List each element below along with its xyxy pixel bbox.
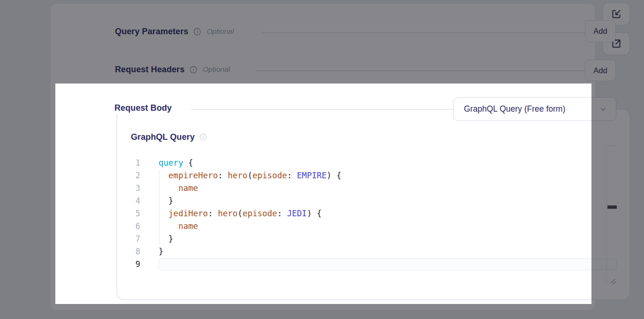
code-line[interactable]: query {	[159, 157, 341, 169]
body-type-selected-value: GraphQL Query (Free form)	[464, 104, 565, 114]
editor-scrollbar[interactable]	[606, 145, 617, 284]
info-icon[interactable]	[189, 66, 197, 74]
editor-code[interactable]: query { empireHero: hero(episode: EMPIRE…	[159, 157, 341, 271]
import-icon	[610, 8, 622, 20]
optional-badge: Optional	[202, 65, 230, 74]
info-icon[interactable]	[199, 133, 207, 141]
line-number: 7	[128, 233, 140, 245]
graphql-editor[interactable]: 123456789 query { empireHero: hero(episo…	[51, 4, 595, 310]
code-line[interactable]	[159, 258, 341, 271]
section-request-body: Request Body	[114, 102, 177, 114]
code-line[interactable]: name	[159, 182, 341, 195]
request-config-card: Query Parameters Optional Add Request He…	[50, 3, 595, 311]
body-type-select[interactable]: GraphQL Query (Free form)	[453, 97, 616, 121]
code-line[interactable]: }	[159, 245, 341, 258]
code-line[interactable]: }	[159, 195, 341, 207]
request-headers-title: Request Headers	[115, 63, 185, 76]
graphql-query-label: GraphQL Query	[131, 131, 195, 143]
editor-label-row: GraphQL Query	[131, 131, 213, 143]
line-number: 4	[128, 195, 140, 207]
code-line[interactable]: name	[159, 220, 341, 233]
line-number: 6	[128, 220, 140, 233]
add-request-header-button[interactable]: Add	[585, 60, 616, 81]
line-number: 3	[128, 182, 140, 195]
query-parameters-title: Query Parameters	[115, 25, 189, 38]
code-line[interactable]: jediHero: hero(episode: JEDI) {	[159, 207, 341, 220]
request-body-title: Request Body	[114, 102, 172, 114]
section-query-parameters: Query Parameters Optional	[115, 25, 239, 38]
line-number: 2	[128, 169, 140, 182]
resize-handle[interactable]	[609, 278, 617, 285]
line-number: 5	[128, 207, 140, 220]
editor-gutter: 123456789	[128, 157, 140, 271]
section-request-headers: Request Headers Optional	[115, 63, 235, 76]
line-number: 8	[128, 245, 140, 258]
add-query-parameter-button[interactable]: Add	[585, 20, 616, 42]
code-line[interactable]: }	[159, 233, 341, 245]
chevron-down-icon	[599, 105, 607, 114]
scrollbar-thumb[interactable]	[607, 205, 617, 209]
line-number: 1	[128, 157, 140, 169]
code-line[interactable]: empireHero: hero(episode: EMPIRE) {	[159, 169, 341, 182]
line-number: 9	[128, 258, 140, 271]
optional-badge: Optional	[206, 27, 234, 36]
info-icon[interactable]	[193, 28, 201, 36]
